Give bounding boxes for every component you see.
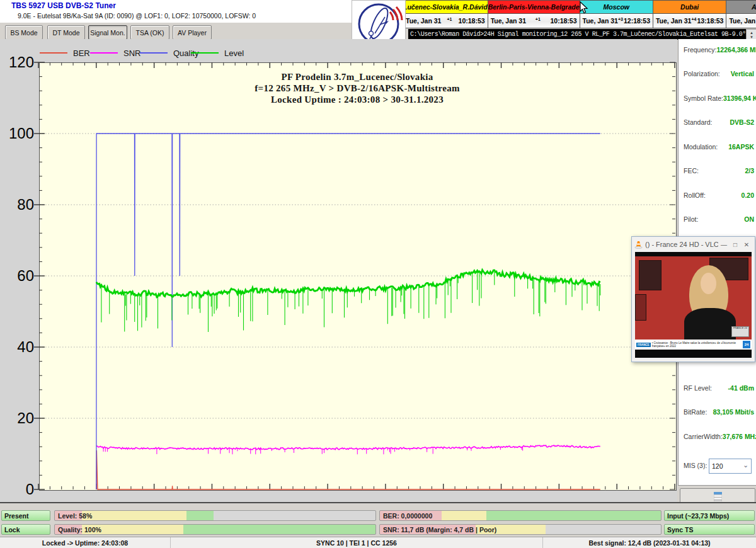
present-badge: Present — [1, 510, 50, 521]
quality-meter: Quality: 100% — [54, 524, 376, 535]
video-scene: FRANCE 24 — [635, 256, 752, 340]
scroll-up-icon[interactable]: ▲ — [750, 31, 753, 35]
mis-dropdown[interactable]: 120 ⌄ — [709, 459, 752, 474]
status-uptime: Locked -> Uptime: 24:03:08 — [0, 537, 171, 548]
param-modulation: Modulation:16APSK — [684, 143, 754, 151]
lock-badge: Lock — [1, 524, 50, 535]
ticker-text: • Croissance : Bruno Le Maire salue la «… — [652, 341, 743, 348]
clock-utc-offset: +4 — [691, 17, 696, 21]
console-title-text: C:\Users\Roman Dávid>24H Signal monitori… — [408, 29, 748, 40]
vlc-video-area[interactable]: FRANCE 24 FRANCE • Croissance : Bruno Le… — [635, 252, 752, 358]
app-header: TBS 5927 USB DVB-S2 Tuner 9.0E - Eutelsa… — [0, 0, 403, 23]
y-tick-label: 0 — [0, 481, 34, 498]
param-polarization: Polarization:Vertical — [684, 70, 754, 77]
tab-bs-mode[interactable]: BS Mode — [5, 25, 43, 40]
clock-utc-offset: +1 — [447, 17, 452, 21]
tab-av-player[interactable]: AV Player — [173, 25, 212, 40]
clock-lucenec: Lučenec-Slovakia_R.Dávid Tue, Jan 31+110… — [403, 0, 488, 28]
clock-date: Tue, Jan 31 — [656, 17, 691, 25]
param-frequency: Frequency:12264,366 MHz — [684, 46, 754, 54]
news-ticker: FRANCE • Croissance : Bruno Le Maire sal… — [635, 340, 752, 350]
chevron-down-icon: ⌄ — [743, 461, 748, 469]
clock-utc-offset: +1 — [536, 17, 541, 21]
app-title: TBS 5927 USB DVB-S2 Tuner — [11, 1, 116, 10]
ber-meter: BER: 0,0000000 — [379, 510, 662, 521]
maximize-button[interactable]: □ — [730, 241, 741, 248]
minimize-button[interactable]: — — [718, 241, 730, 248]
close-button[interactable]: ✕ — [741, 241, 752, 248]
clock-athens: Athens Tue, Jan 31+211:18:53 — [726, 0, 756, 28]
clock-time: 12:18:53 — [624, 17, 650, 25]
vlc-titlebar[interactable]: () - France 24 HD - VLC ... — □ ✕ — [632, 237, 755, 252]
clock-moscow: Moscow Tue, Jan 31+312:18:53 — [580, 0, 653, 28]
tab-signal-mon[interactable]: Signal Mon. — [88, 25, 127, 40]
param-standard: Standard:DVB-S2 — [684, 118, 754, 126]
signal-chart: BER SNR Quality Level 020406080100120 PF… — [0, 39, 677, 502]
y-tick-label: 40 — [0, 338, 34, 356]
vlc-cone-icon — [634, 241, 643, 249]
chart-annotation: PF Prodelin 3.7m_Lucenec/Slovakia f=12 2… — [39, 71, 675, 105]
y-tick-label: 60 — [0, 267, 34, 285]
clock-time: 10:18:53 — [551, 17, 577, 25]
clock-city-label: Moscow — [580, 1, 653, 14]
param-pilot: Pilot:ON — [684, 215, 754, 223]
presenter-face — [701, 273, 716, 294]
chart-canvas — [0, 39, 677, 502]
clock-time: 13:18:53 — [697, 17, 723, 25]
y-tick-label: 80 — [0, 196, 34, 214]
clock-berlin: Berlin-Paris-Vienna-Belgrade Tue, Jan 31… — [488, 0, 580, 28]
param-rolloff: RollOff:0.20 — [684, 191, 754, 199]
param-rf-level: RF Level:-41 dBm — [684, 384, 754, 392]
clock-utc-offset: +3 — [618, 17, 623, 21]
signal-meters: Present Lock Level: 58% Quality: 100% BE… — [0, 502, 756, 538]
clock-date: Tue, Jan 31 — [729, 17, 756, 25]
clock-time: 10:18:53 — [459, 17, 485, 25]
ticker-category: FRANCE — [636, 343, 651, 347]
param-bitrate: BitRate:83,105 Mbit/s — [684, 408, 754, 416]
param-fec: FEC:2/3 — [684, 167, 754, 174]
clock-city-label: Dubai — [653, 1, 726, 14]
vlc-window[interactable]: () - France 24 HD - VLC ... — □ ✕ FRANCE… — [631, 236, 755, 362]
satellite-info: 9.0E - Eutelsat 9B/Ka-Sat 9A (ID: 0090) … — [18, 12, 256, 20]
france24-logo: 24 — [743, 341, 750, 348]
clock-date: Tue, Jan 31 — [491, 17, 526, 25]
y-tick-label: 100 — [0, 125, 34, 142]
france24-stamp: FRANCE 24 — [731, 326, 749, 337]
status-sync-counters: SYNC 10 | TEI 1 | CC 1256 — [171, 537, 543, 548]
y-tick-label: 120 — [0, 54, 34, 71]
snr-meter: SNR: 11,7 dB (Margin: 4,7 dB | Poor) — [379, 524, 662, 535]
clock-dubai: Dubai Tue, Jan 31+413:18:53 — [653, 0, 726, 28]
tab-strip: BS Mode DT Mode Signal Mon. TSA (OK) AV … — [0, 23, 408, 39]
clock-city-label: Athens — [726, 1, 756, 14]
status-best-signal: Best signal: 12,4 dB (2023-01-31 04:13) — [543, 537, 756, 548]
param-carrier-width: CarrierWidth:37,676 MHz — [684, 433, 754, 440]
vlc-window-title: () - France 24 HD - VLC ... — [645, 241, 718, 248]
y-tick-label: 20 — [0, 409, 34, 427]
list-icon — [714, 492, 722, 501]
clock-city-label: Berlin-Paris-Vienna-Belgrade — [488, 1, 580, 14]
tab-tsa[interactable]: TSA (OK) — [130, 25, 169, 40]
clock-date: Tue, Jan 31 — [583, 17, 618, 25]
clock-date: Tue, Jan 31 — [406, 17, 441, 25]
studio-wall — [635, 294, 646, 321]
param-symbol-rate: Symbol Rate:31396,94 KS/s — [684, 94, 754, 102]
param-mis: MIS (3): 120 ⌄ — [684, 462, 754, 469]
input-badge: Input (~23,73 Mbps) — [664, 510, 755, 521]
status-bar: Locked -> Uptime: 24:03:08 SYNC 10 | TEI… — [0, 537, 756, 548]
world-clocks: Lučenec-Slovakia_R.Dávid Tue, Jan 31+110… — [403, 0, 756, 28]
tab-dt-mode[interactable]: DT Mode — [47, 25, 85, 40]
clock-city-label: Lučenec-Slovakia_R.Dávid — [403, 1, 488, 14]
level-meter: Level: 58% — [54, 510, 376, 521]
studio-poster — [639, 260, 662, 290]
presenter-sweater — [684, 308, 736, 340]
sync-ts-badge: Sync TS — [664, 524, 755, 535]
